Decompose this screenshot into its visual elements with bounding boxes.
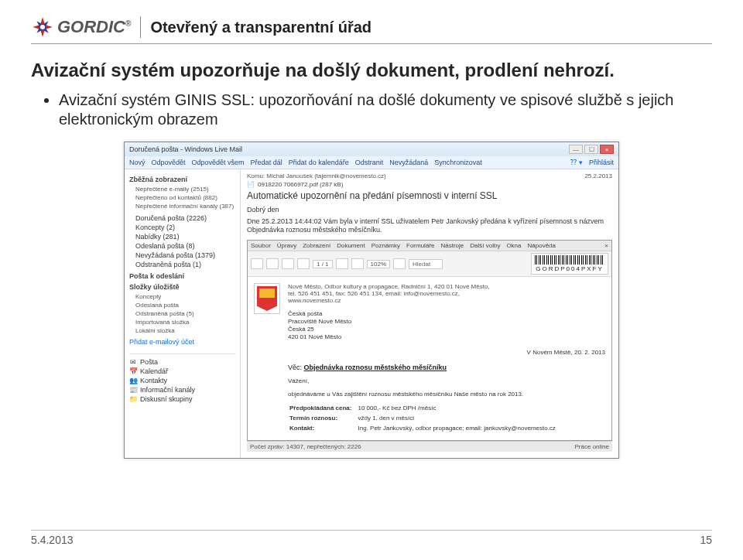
slide-footer: 5.4.2013 15 bbox=[31, 530, 712, 546]
sidebar-item[interactable]: Nevyžádaná pošta (1379) bbox=[129, 251, 235, 260]
nav-mail[interactable]: ✉Pošta bbox=[129, 357, 235, 367]
menu-item[interactable]: Nápověda bbox=[528, 242, 556, 249]
toolbar-button[interactable] bbox=[393, 258, 406, 269]
toolbar-button[interactable] bbox=[266, 258, 279, 269]
table-row: Kontakt:Ing. Petr Jankovský, odbor propa… bbox=[289, 424, 560, 432]
search-input[interactable]: Hledat bbox=[409, 259, 443, 269]
sidebar-item[interactable]: Nepřečtené e-maily (2515) bbox=[129, 185, 235, 193]
mail-date: 25.2.2013 bbox=[584, 172, 612, 179]
menu-item[interactable]: Soubor bbox=[251, 242, 271, 249]
attachment-viewer-window: Soubor Úpravy Zobrazení Dokument Poznámk… bbox=[247, 240, 612, 441]
mail-preview-pane: Komu: Michal Janoušek (tajemnik@novemest… bbox=[241, 169, 618, 458]
mail-body-line: Dne 25.2.2013 14:44:02 Vám byla v intern… bbox=[247, 217, 612, 235]
menu-item[interactable]: Dokument bbox=[337, 242, 365, 249]
toolbar-button[interactable] bbox=[297, 258, 310, 269]
document-page: Nové Město, Odbor kultury a propagace, R… bbox=[248, 277, 611, 440]
toolbar-button[interactable] bbox=[351, 258, 364, 269]
forward-button[interactable]: Předat dál bbox=[251, 159, 282, 166]
mail-attachment[interactable]: 0918220 7066972.pdf (287 kB) bbox=[258, 181, 343, 188]
pdf-icon: 📄 bbox=[247, 181, 255, 188]
nav-contacts[interactable]: 👥Kontakty bbox=[129, 376, 235, 385]
sidebar-section-outbox: Pošta k odeslání bbox=[129, 272, 235, 280]
svg-point-0 bbox=[40, 25, 45, 29]
add-calendar-button[interactable]: Přidat do kalendáře bbox=[289, 159, 349, 166]
sidebar-item[interactable]: Odstraněná pošta (5) bbox=[129, 309, 235, 318]
sidebar-item[interactable]: Nabídky (281) bbox=[129, 232, 235, 241]
viewer-close-icon[interactable]: × bbox=[604, 242, 608, 249]
doc-subject-label: Věc: bbox=[288, 364, 302, 371]
brand-name: GORDIC® bbox=[57, 17, 131, 37]
reply-button[interactable]: Odpovědět bbox=[152, 159, 186, 166]
sidebar-bottom-nav: ✉Pošta 📅Kalendář 👥Kontakty 📰Informační k… bbox=[129, 353, 235, 404]
status-count: Počet zpráv: 14307, nepřečtených: 2226 bbox=[250, 443, 361, 450]
window-titlebar: Doručená pošta - Windows Live Mail — ☐ × bbox=[125, 142, 618, 156]
menu-item[interactable]: Formuláře bbox=[406, 242, 434, 249]
status-online: Práce online bbox=[575, 443, 609, 450]
close-button[interactable]: × bbox=[600, 145, 614, 154]
maximize-button[interactable]: ☐ bbox=[584, 145, 598, 154]
bullet-list: Avizační systém GINIS SSL: upozorňování … bbox=[59, 90, 712, 129]
menu-item[interactable]: Další volby bbox=[470, 242, 500, 249]
sender-block: Nové Město, Odbor kultury a propagace, R… bbox=[288, 283, 605, 304]
toolbar-button[interactable] bbox=[251, 258, 263, 269]
recipient-block: Česká pošta Pracoviště Nové Město Česká … bbox=[288, 310, 605, 341]
delete-button[interactable]: Odstranit bbox=[355, 159, 384, 166]
sidebar-item[interactable]: Odeslaná pošta (8) bbox=[129, 241, 235, 251]
mail-body: Dobrý den Dne 25.2.2013 14:44:02 Vám byl… bbox=[247, 206, 612, 235]
slide-header: GORDIC® Otevřený a transparentní úřad bbox=[31, 15, 712, 44]
sync-button[interactable]: Synchronizovat bbox=[434, 159, 482, 166]
doc-place-date: V Novém Městě, 20. 2. 2013 bbox=[288, 349, 605, 356]
reply-all-button[interactable]: Odpovědět všem bbox=[192, 159, 245, 166]
nav-feeds[interactable]: 📰Informační kanály bbox=[129, 385, 235, 394]
menu-item[interactable]: Nástroje bbox=[440, 242, 464, 249]
sidebar-section-storage: Složky úložiště bbox=[129, 283, 235, 291]
menu-item[interactable]: Okna bbox=[506, 242, 521, 249]
zoom-field[interactable]: 102% bbox=[367, 260, 390, 268]
toolbar-button[interactable] bbox=[336, 258, 348, 269]
sidebar-item[interactable]: Doručená pošta (2226) bbox=[129, 213, 235, 223]
doc-details-table: Předpokládaná cena:10 000,- Kč bez DPH /… bbox=[288, 402, 562, 434]
barcode-icon bbox=[535, 255, 604, 265]
sidebar-item[interactable]: Koncepty bbox=[129, 292, 235, 301]
header-divider bbox=[140, 16, 141, 38]
page-field[interactable]: 1 / 1 bbox=[313, 260, 333, 268]
doc-paragraph: objednáváme u Vás zajištění roznosu měst… bbox=[288, 391, 605, 398]
sidebar-item[interactable]: Odstraněná pošta (1) bbox=[129, 260, 235, 269]
sidebar-item[interactable]: Lokální složka bbox=[129, 326, 235, 335]
new-button[interactable]: Nový bbox=[129, 159, 146, 166]
nav-newsgroups[interactable]: 📁Diskusní skupiny bbox=[129, 394, 235, 404]
barcode-box: GORDP004PXFY bbox=[531, 253, 608, 275]
doc-salutation: Vážení, bbox=[288, 377, 605, 384]
contacts-icon: 👥 bbox=[129, 377, 137, 384]
nav-calendar[interactable]: 📅Kalendář bbox=[129, 367, 235, 376]
minimize-button[interactable]: — bbox=[569, 145, 583, 154]
mail-to-label: Komu: bbox=[247, 172, 265, 179]
toolbar-button[interactable] bbox=[282, 258, 294, 269]
table-row: Předpokládaná cena:10 000,- Kč bez DPH /… bbox=[289, 404, 560, 412]
slide-headline: Avizační systém upozorňuje na došlý doku… bbox=[31, 60, 712, 81]
sidebar-section-quickviews: Zběžná zobrazení bbox=[129, 176, 235, 183]
municipal-crest-icon bbox=[254, 283, 280, 314]
junk-button[interactable]: Nevyžádaná bbox=[389, 159, 428, 166]
footer-page: 15 bbox=[700, 534, 712, 546]
footer-date: 5.4.2013 bbox=[31, 534, 74, 546]
window-controls: — ☐ × bbox=[569, 145, 614, 154]
menu-item[interactable]: Poznámky bbox=[372, 242, 400, 249]
help-icon[interactable]: ⁇ ▾ bbox=[570, 159, 583, 166]
sidebar-item[interactable]: Koncepty (2) bbox=[129, 223, 235, 232]
viewer-menubar: Soubor Úpravy Zobrazení Dokument Poznámk… bbox=[248, 241, 611, 251]
embedded-screenshot: Doručená pošta - Windows Live Mail — ☐ ×… bbox=[124, 142, 619, 459]
mail-to-value: Michal Janoušek (tajemnik@novemesto.cz) bbox=[266, 172, 385, 179]
sidebar-item[interactable]: Importovaná složka bbox=[129, 318, 235, 326]
menu-item[interactable]: Úpravy bbox=[277, 242, 296, 249]
mail-greeting: Dobrý den bbox=[247, 206, 612, 215]
add-account-link[interactable]: Přidat e-mailový účet bbox=[129, 338, 235, 346]
menu-item[interactable]: Zobrazení bbox=[303, 242, 330, 249]
doc-subject: Objednávka roznosu městského měsíčníku bbox=[304, 364, 447, 371]
sidebar-item[interactable]: Nepřečtené informační kanály (387) bbox=[129, 202, 235, 210]
signin-button[interactable]: Přihlásit bbox=[589, 159, 614, 166]
status-bar: Počet zpráv: 14307, nepřečtených: 2226 P… bbox=[247, 441, 612, 452]
sidebar-item[interactable]: Nepřečteno od kontaktů (882) bbox=[129, 193, 235, 202]
sidebar-item[interactable]: Odeslaná pošta bbox=[129, 301, 235, 309]
barcode-value: GORDP004PXFY bbox=[536, 265, 604, 272]
